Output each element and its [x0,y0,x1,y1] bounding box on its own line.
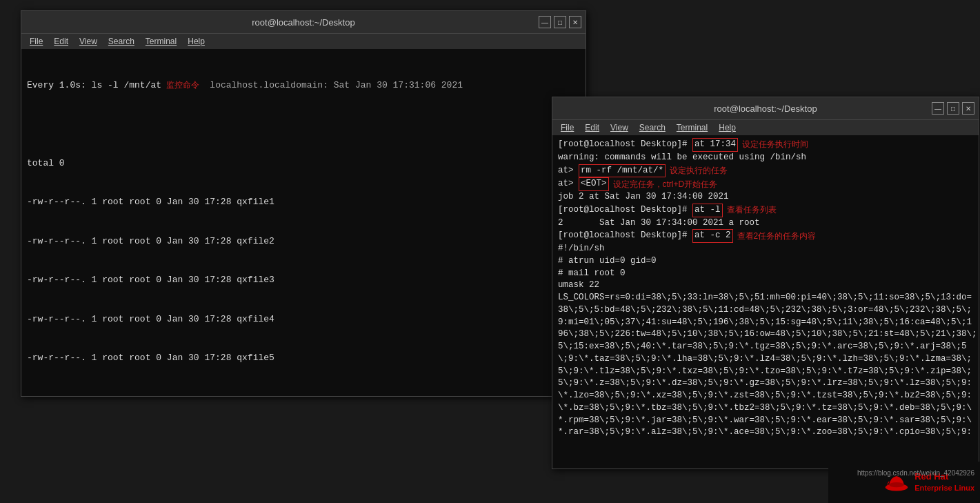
ls-colors-11: *.rpm=38\;5\;9:\*.jar=38\;5\;9:\*.war=38… [558,415,973,427]
warning-line: warning: commands will be executed using… [558,152,973,164]
note-set-task: 设定执行的任务 [670,165,728,177]
close-button-2[interactable]: ✕ [962,102,974,115]
ls-colors-2: 38\;5\;5:bd=48\;5\;232\;38\;5\;11:cd=48\… [558,304,973,317]
menu-bar-1: File Edit View Search Terminal Help [21,33,586,49]
ls-colors-1: LS_COLORS=rs=0:di=38\;5\;33:ln=38\;5\;51… [558,292,973,304]
file-line-5: -rw-r--r--. 1 root root 0 Jan 30 17:28 q… [27,352,580,365]
menu-terminal-2[interactable]: Terminal [671,121,713,134]
file-line-1: -rw-r--r--. 1 root root 0 Jan 30 17:28 q… [27,196,580,209]
note-list-tasks: 查看任务列表 [727,204,777,216]
menu-view-2[interactable]: View [605,121,634,134]
ls-colors-9: \*.lzo=38\;5\;9:\*.xz=38\;5\;9:\*.zst=38… [558,390,973,402]
title-bar-1: root@localhost:~/Desktop — □ ✕ [21,11,586,33]
minimize-button-1[interactable]: — [539,16,551,28]
task-list-line: 2 Sat Jan 30 17:34:00 2021 a root [558,217,973,230]
file-line-3: -rw-r--r--. 1 root root 0 Jan 30 17:28 q… [27,274,580,287]
job-line: job 2 at Sat Jan 30 17:34:00 2021 [558,191,973,204]
minimize-button-2[interactable]: — [932,102,944,115]
title-bar-2: root@localhost:~/Desktop — □ ✕ [552,97,979,119]
terminal-1-body: Every 1.0s: ls -l /mnt/at 监控命令 localhost… [21,49,586,396]
terminal-window-2: root@localhost:~/Desktop — □ ✕ File Edit… [552,97,979,469]
note-task-content: 查看2任务的任务内容 [737,230,817,242]
shebang-line: #!/bin/sh [558,243,973,255]
terminal-window-1: root@localhost:~/Desktop — □ ✕ File Edit… [21,10,586,397]
terminal-2-title: root@localhost:~/Desktop [714,103,817,114]
ls-colors-10: \*.bz=38\;5\;9:\*.tbz=38\;5\;9:\*.tbz2=3… [558,402,973,415]
menu-help-2[interactable]: Help [713,121,741,134]
eot-cmd: <EOT> [579,177,609,191]
menu-file-2[interactable]: File [555,121,579,134]
menu-help-1[interactable]: Help [182,35,210,48]
svg-point-1 [889,482,904,487]
redhat-enterprise: Enterprise Linux [914,483,974,493]
window-controls-2: — □ ✕ [932,102,974,115]
prompt-3: [root@localhost Desktop]# [558,230,692,242]
at-time-cmd: at 17:34 [692,138,738,152]
ls-colors-3: 9:mi=01\;05\;37\;41:su=48\;5\;196\;38\;5… [558,317,973,329]
atrun-line: # atrun uid=0 gid=0 [558,255,973,268]
blank-line [27,118,580,131]
file-line-4: -rw-r--r--. 1 root root 0 Jan 30 17:28 q… [27,313,580,326]
ls-colors-5: 5\;15:ex=38\;5\;40:\*.tar=38\;5\;9:\*.tg… [558,341,973,353]
at-l-cmd: at -l [692,204,723,217]
ls-colors-4: 96\;38\;5\;226:tw=48\;5\;10\;38\;5\;16:o… [558,328,973,341]
window-controls-1: — □ ✕ [539,16,581,28]
terminal-2-body: [root@localhost Desktop]# at 17:34 设定任务执… [552,135,979,469]
at-prompt-1: at> [558,165,579,177]
menu-terminal-1[interactable]: Terminal [140,35,182,48]
at-c2-line: [root@localhost Desktop]# at -c 2 查看2任务的… [558,229,973,243]
ls-colors-7: 5\;9:\*.tlz=38\;5\;9:\*.txz=38\;5\;9:\*.… [558,366,973,378]
menu-edit-1[interactable]: Edit [48,35,74,48]
menu-file-1[interactable]: File [24,35,48,48]
redhat-branding: Red Hat Enterprise Linux [828,462,980,503]
close-button-1[interactable]: ✕ [569,16,581,28]
file-line-2: -rw-r--r--. 1 root root 0 Jan 30 17:28 q… [27,235,580,248]
note-ctrl-d: 设定完任务，ctrl+D开始任务 [613,179,718,190]
at-c2-cmd: at -c 2 [692,229,733,243]
menu-view-1[interactable]: View [74,35,103,48]
ls-colors-12: *.rar=38\;5\;9:\*.alz=38\;5\;9:\*.ace=38… [558,426,973,439]
umask-line: umask 22 [558,279,973,292]
eot-line: at> <EOT> 设定完任务，ctrl+D开始任务 [558,177,973,191]
total-line: total 0 [27,157,580,170]
rm-cmd: rm -rf /mnt/at/* [579,164,666,178]
mail-line: # mail root 0 [558,268,973,280]
terminal-1-title: root@localhost:~/Desktop [252,17,354,28]
watch-header-line: Every 1.0s: ls -l /mnt/at 监控命令 localhost… [27,79,580,92]
maximize-button-1[interactable]: □ [554,16,566,28]
at-prompt-2: at> [558,178,579,190]
menu-edit-2[interactable]: Edit [579,121,605,134]
ls-colors-8: 5\;9:\*.z=38\;5\;9:\*.dz=38\;5\;9:\*.gz=… [558,377,973,390]
ls-colors-6: \;9:\*.taz=38\;5\;9:\*.lha=38\;5\;9:\*.l… [558,353,973,366]
at-cmd-line: [root@localhost Desktop]# at 17:34 设定任务执… [558,138,973,152]
redhat-url: https://blog.csdn.net/weixin_42042926 [857,469,974,477]
prompt-1: [root@localhost Desktop]# [558,139,692,151]
rm-cmd-line: at> rm -rf /mnt/at/* 设定执行的任务 [558,164,973,178]
menu-search-1[interactable]: Search [103,35,140,48]
note-set-time: 设定任务执行时间 [742,139,808,150]
menu-bar-2: File Edit View Search Terminal Help [552,119,979,135]
maximize-button-2[interactable]: □ [947,102,959,115]
menu-search-2[interactable]: Search [634,121,671,134]
prompt-2: [root@localhost Desktop]# [558,204,692,217]
at-l-line: [root@localhost Desktop]# at -l 查看任务列表 [558,204,973,217]
